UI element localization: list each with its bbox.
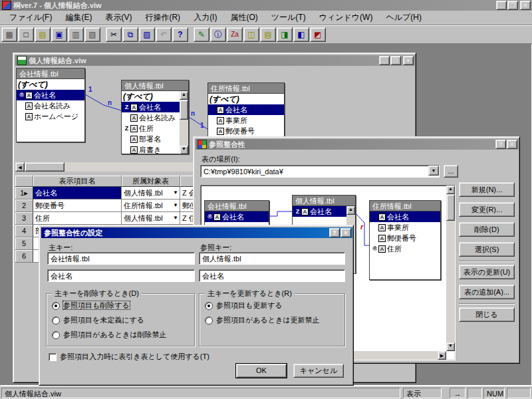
cancel-button[interactable]: キャンセル (293, 364, 344, 378)
grid-cell[interactable]: 郵便番号 (33, 200, 122, 212)
select-button[interactable]: 選択(S) (459, 242, 515, 257)
table-box-kaisha[interactable]: 会社情報.tbl (すべて) ®A会社名 A会社名読み Aホームページ (16, 68, 85, 142)
file-info-icon[interactable]: ⓘ (210, 27, 226, 42)
doc-close-button[interactable]: × (403, 56, 414, 65)
title-bar[interactable]: 桐ver.7 - 個人情報結合.viw _ ❐ × (0, 0, 532, 11)
radio-delete-undefine[interactable] (52, 317, 60, 325)
grid-cell-combo[interactable]: ▼個人情報.tbl (122, 187, 180, 200)
copy-icon[interactable]: ⧉ (122, 27, 138, 42)
cut-icon[interactable]: ✂ (106, 27, 122, 42)
field-row[interactable]: ZA住所 (122, 123, 180, 134)
table-box-title[interactable]: 住所情報.tbl (208, 83, 284, 94)
combo-dropdown-icon[interactable]: ▼ (428, 166, 439, 176)
field-row[interactable]: (すべて) (122, 91, 180, 102)
grid-row-header[interactable]: 6 (15, 250, 33, 263)
field-row[interactable]: A事業所 (208, 115, 284, 126)
radio-label[interactable]: 参照項目も削除する (63, 301, 130, 309)
grid-row-header[interactable]: 1▸ (15, 187, 33, 200)
table-box-title[interactable]: 会社情報.tbl (205, 201, 269, 211)
scroll-down-icon[interactable]: ▼ (446, 342, 455, 351)
ref-field-field[interactable]: 会社名 (199, 269, 345, 282)
menu-row-op[interactable]: 行操作(R) (140, 10, 186, 25)
dropdown-icon[interactable]: ▼ (173, 200, 178, 211)
field-row[interactable]: ®A会社名 (17, 90, 84, 100)
field-row[interactable]: ®A住所 (370, 243, 440, 254)
scroll-down-icon[interactable]: ▼ (180, 146, 188, 154)
print-icon[interactable]: ▥ (68, 27, 84, 42)
add-table-button[interactable]: 表の追加(A)... (459, 285, 515, 299)
field-row[interactable]: A郵便番号 (370, 233, 440, 243)
radio-label[interactable]: 参照項目も更新する (216, 301, 283, 309)
menu-help[interactable]: ヘルプ(H) (380, 10, 427, 25)
grid-header-table[interactable]: 所属対象表 (122, 176, 180, 187)
field-row[interactable]: (すべて) (208, 94, 284, 104)
lookup-checkbox[interactable] (49, 353, 57, 361)
edit-pen-icon[interactable]: ✎ (194, 27, 209, 42)
dialog-table-jusho[interactable]: 住所情報.tbl A会社名 A事業所 A郵便番号 ®A住所 (369, 200, 441, 280)
field-row[interactable]: Aホームページ (17, 111, 84, 122)
doc-maximize-button[interactable]: □ (390, 56, 401, 65)
clipboard-view-icon[interactable]: ▤ (260, 27, 276, 42)
grid-row-header[interactable]: 2 (15, 200, 33, 212)
view-merge-icon[interactable]: ▦ (1, 27, 17, 42)
table-box-title[interactable]: 住所情報.tbl (370, 201, 440, 211)
scroll-up-icon[interactable]: ▲ (180, 91, 188, 100)
close-dialog-button[interactable]: 閉じる (459, 307, 515, 322)
print-preview-icon[interactable]: ▧ (84, 27, 100, 42)
field-row[interactable]: A郵便番号 (208, 126, 284, 136)
refresh-view-button[interactable]: 表示の更新(U) (459, 265, 515, 279)
settings-close-button[interactable]: × (340, 228, 351, 237)
field-row[interactable]: A会社名読み (122, 112, 180, 123)
help-button[interactable]: ? (495, 140, 506, 149)
menu-view[interactable]: 表示(V) (100, 10, 137, 25)
field-row[interactable]: A会社名 (370, 211, 440, 222)
menu-input[interactable]: 入力(I) (188, 10, 222, 25)
grid-row-header[interactable]: 4 (15, 225, 33, 237)
radio-delete-cascade[interactable] (52, 302, 60, 310)
grid-row-header[interactable]: 3 (15, 212, 33, 225)
save-file-icon[interactable]: ▣ (51, 27, 67, 42)
grid-cell[interactable]: 会社名 (33, 187, 122, 200)
integrity-dialog-title-bar[interactable]: 参照整合性 ? × (196, 139, 519, 150)
field-row[interactable]: A部署名 (122, 134, 180, 144)
scroll-right-icon[interactable]: ▶ (438, 351, 446, 360)
scrollbar-thumb[interactable] (180, 100, 188, 120)
table-box-kojin[interactable]: 個人情報.tbl (すべて) ZA会社名 A会社名読み ZA住所 A部署名 A肩… (121, 80, 189, 154)
radio-update-cascade[interactable] (205, 302, 213, 310)
grid-header-name[interactable]: 表示項目名 (33, 176, 122, 187)
change-button[interactable]: 変更(R)... (459, 202, 515, 217)
ok-button[interactable]: OK (236, 364, 287, 378)
table-new-icon[interactable]: ◨ (277, 27, 293, 42)
menu-edit[interactable]: 編集(E) (60, 10, 97, 25)
delete-button[interactable]: 削除(D) (459, 222, 515, 237)
document-title-bar[interactable]: 個人情報結合.viw _ □ × (15, 55, 415, 66)
scroll-left-icon[interactable]: ◀ (15, 162, 25, 172)
field-row[interactable]: A肩書き (122, 144, 180, 155)
dropdown-icon[interactable]: ▼ (173, 212, 178, 224)
radio-label[interactable]: 参照項目があるときは更新禁止 (216, 316, 320, 324)
browse-button[interactable]: ... (444, 165, 458, 178)
form-edit-icon[interactable]: ◧ (293, 27, 309, 42)
panel-vertical-scrollbar[interactable]: ▲ ▼ (446, 186, 455, 351)
table-box-title[interactable]: 会社情報.tbl (17, 68, 84, 79)
dropdown-icon[interactable]: ▼ (173, 187, 178, 199)
radio-update-forbid[interactable] (205, 317, 213, 325)
paste-icon[interactable]: ▨ (139, 27, 155, 42)
help-button[interactable]: ? (329, 228, 340, 237)
field-row[interactable]: ZA会社名 (122, 102, 180, 112)
database-view-icon[interactable]: ◫ (243, 27, 259, 42)
menu-attribute[interactable]: 属性(O) (225, 10, 263, 25)
field-row[interactable]: ®A会社名 (205, 211, 269, 222)
close-button[interactable]: × (520, 1, 531, 10)
grid-row-header[interactable]: 5 (15, 237, 33, 250)
scroll-up-icon[interactable]: ▲ (346, 206, 355, 215)
scroll-up-icon[interactable]: ▲ (446, 186, 455, 194)
ref-table-field[interactable]: 個人情報.tbl (199, 252, 345, 265)
table-box-title[interactable]: 個人情報.tbl (122, 80, 188, 91)
scrollbar-thumb[interactable] (446, 194, 455, 221)
open-file-icon[interactable]: ▤ (35, 27, 51, 42)
field-row[interactable]: ZA会社名 (293, 206, 346, 217)
grid-cell[interactable]: 住所 (33, 212, 122, 225)
integrity-close-button[interactable]: × (507, 140, 517, 149)
new-button[interactable]: 新規(N)... (459, 182, 515, 197)
